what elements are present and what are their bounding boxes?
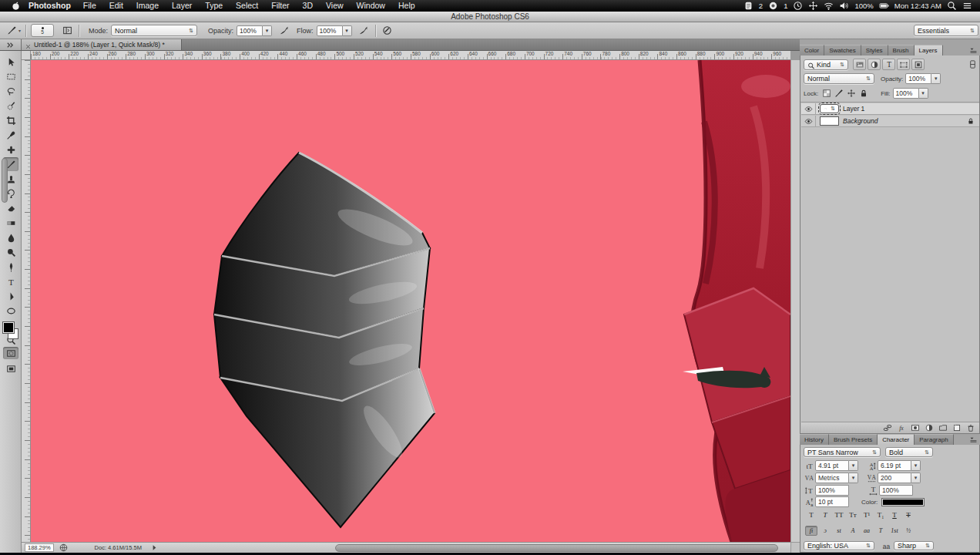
flow-dropdown-arrow[interactable]: [343, 25, 352, 36]
menu-view[interactable]: View: [326, 1, 344, 10]
fill-field[interactable]: 100%: [893, 88, 919, 99]
layer-thumbnail[interactable]: [820, 116, 839, 126]
tab-layers[interactable]: Layers: [915, 45, 943, 56]
delete-layer-icon[interactable]: [965, 423, 976, 433]
lock-transparent-icon[interactable]: [821, 88, 833, 99]
titling-alternates-button[interactable]: T: [874, 526, 887, 536]
flow-field[interactable]: 100%: [317, 25, 343, 36]
path-selection-tool[interactable]: [3, 289, 18, 303]
move-status-icon[interactable]: [808, 1, 818, 11]
lock-all-icon[interactable]: [858, 88, 870, 99]
faux-bold-button[interactable]: T: [805, 510, 817, 520]
blur-tool[interactable]: [3, 230, 18, 244]
gradient-tool[interactable]: [3, 216, 18, 230]
menu-type[interactable]: Type: [205, 1, 223, 10]
strikethrough-button[interactable]: T: [902, 510, 915, 520]
filter-pixel-icon[interactable]: [853, 59, 866, 70]
layer-thumbnail[interactable]: [820, 104, 839, 113]
filter-toggle-icon[interactable]: [968, 59, 978, 69]
lock-position-icon[interactable]: [845, 88, 858, 99]
superscript-button[interactable]: T¹: [861, 510, 873, 520]
vertical-scrollbar-thumb[interactable]: [2, 158, 8, 203]
layer-visibility-icon[interactable]: [801, 116, 816, 126]
eraser-tool[interactable]: [3, 201, 18, 215]
fractions-button[interactable]: ½: [902, 526, 915, 536]
panel-menu-icon[interactable]: [969, 434, 980, 445]
kerning-field[interactable]: Metrics: [815, 473, 849, 483]
status-expand-icon[interactable]: [149, 543, 159, 553]
horizontal-scrollbar-thumb[interactable]: [335, 544, 778, 552]
faux-italic-button[interactable]: T: [819, 510, 831, 520]
discretionary-ligatures-button[interactable]: st: [833, 526, 845, 536]
toolbar-collapse-button[interactable]: [0, 39, 22, 50]
font-style-select[interactable]: Bold: [885, 447, 933, 457]
tab-history[interactable]: History: [800, 434, 829, 445]
ligatures-button[interactable]: fi: [805, 526, 817, 536]
new-group-icon[interactable]: [937, 423, 948, 433]
menu-edit[interactable]: Edit: [109, 1, 123, 10]
layers-opacity-arrow[interactable]: [931, 73, 941, 84]
subscript-button[interactable]: T₁: [874, 510, 887, 520]
quick-mask-button[interactable]: [3, 347, 18, 359]
underline-button[interactable]: T: [888, 510, 901, 520]
anti-alias-select[interactable]: Sharp: [894, 541, 934, 550]
filter-adjustment-icon[interactable]: [868, 59, 881, 70]
menu-image[interactable]: Image: [136, 1, 159, 10]
tracking-field[interactable]: 200: [878, 473, 911, 483]
font-family-select[interactable]: PT Sans Narrow: [804, 447, 881, 457]
menu-help[interactable]: Help: [398, 1, 415, 10]
vertical-scrollbar[interactable]: [790, 60, 800, 542]
volume-icon[interactable]: [839, 1, 849, 11]
canvas[interactable]: [31, 60, 790, 542]
tracking-arrow[interactable]: [911, 473, 921, 483]
move-tool[interactable]: [3, 55, 18, 69]
leading-arrow[interactable]: [911, 460, 921, 471]
menu-select[interactable]: Select: [236, 1, 258, 10]
horizontal-scale-field[interactable]: 100%: [879, 485, 913, 496]
blend-mode-select[interactable]: Normal: [804, 73, 874, 84]
new-layer-icon[interactable]: [951, 423, 962, 433]
kerning-arrow[interactable]: [849, 473, 858, 483]
vertical-scale-field[interactable]: 100%: [815, 485, 849, 496]
menu-3d[interactable]: 3D: [303, 1, 313, 10]
status-globe-icon[interactable]: [59, 543, 69, 553]
menu-file[interactable]: File: [83, 1, 96, 10]
shape-tool[interactable]: [3, 304, 18, 318]
tab-brush[interactable]: Brush: [888, 45, 915, 56]
tab-close-icon[interactable]: [25, 42, 32, 49]
all-caps-button[interactable]: TT: [833, 510, 845, 520]
layer-mask-icon[interactable]: [909, 423, 921, 433]
notification-list-icon[interactable]: [962, 1, 972, 11]
spotlight-icon[interactable]: [947, 1, 957, 11]
workspace-select[interactable]: Essentials: [914, 25, 978, 36]
apple-icon[interactable]: [11, 1, 21, 11]
pen-tool[interactable]: [3, 260, 18, 274]
language-select[interactable]: English: USA: [804, 541, 874, 550]
font-size-arrow[interactable]: [849, 460, 858, 471]
layer-row-background[interactable]: Background: [801, 116, 979, 127]
leading-field[interactable]: 6.19 pt: [878, 460, 911, 471]
camera-icon[interactable]: [768, 1, 778, 11]
eyedropper-tool[interactable]: [3, 128, 18, 142]
layer-filter-kind-select[interactable]: Kind: [804, 59, 848, 70]
resize-grip[interactable]: [790, 542, 800, 553]
tab-swatches[interactable]: Swatches: [824, 45, 861, 56]
screen-mode-button[interactable]: [3, 362, 18, 375]
menu-filter[interactable]: Filter: [271, 1, 289, 10]
layer-visibility-icon[interactable]: [801, 103, 816, 114]
layers-opacity-field[interactable]: 100%: [905, 73, 931, 84]
zoom-level-field[interactable]: 188.29%: [25, 543, 54, 552]
type-tool[interactable]: T: [3, 274, 18, 288]
marquee-tool[interactable]: [3, 69, 18, 83]
layer-style-icon[interactable]: fx: [895, 423, 907, 433]
filter-shape-icon[interactable]: [897, 59, 910, 70]
menu-clock[interactable]: Mon 12:43 AM: [894, 2, 941, 10]
toggle-brush-panel-icon[interactable]: [60, 24, 74, 38]
lock-pixels-icon[interactable]: [833, 88, 845, 99]
layer-row-layer-1[interactable]: Layer 1: [801, 103, 979, 115]
notes-icon[interactable]: [743, 1, 753, 11]
clock-icon[interactable]: [793, 1, 803, 11]
text-color-swatch[interactable]: [881, 498, 925, 506]
opacity-field[interactable]: 100%: [237, 25, 263, 36]
tool-preset-icon[interactable]: [5, 24, 18, 38]
